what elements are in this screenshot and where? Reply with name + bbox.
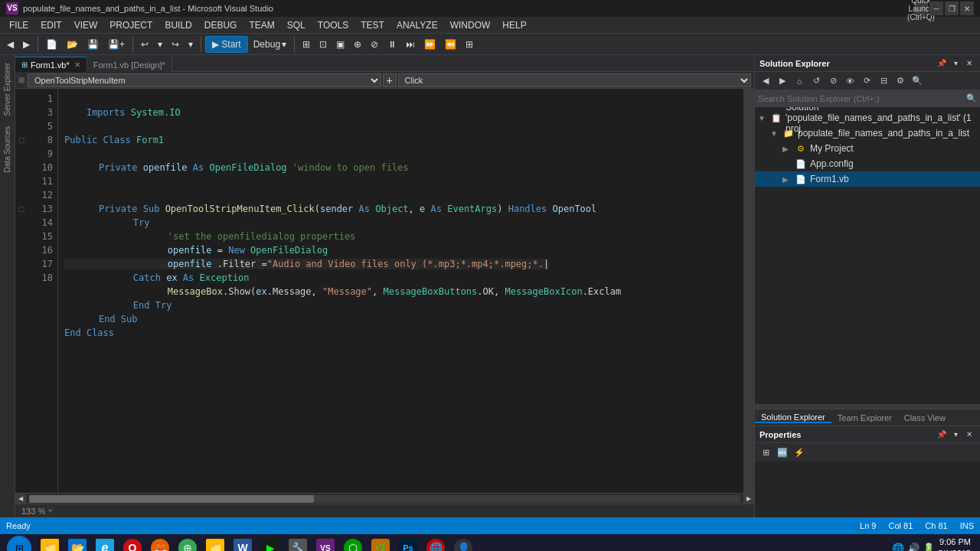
editor-hscrollbar[interactable]: ◀ ▶: [15, 493, 754, 504]
new-file-button[interactable]: 📄: [42, 36, 61, 53]
taskbar-ie[interactable]: e: [92, 536, 118, 551]
hscroll-thumb[interactable]: [29, 495, 314, 503]
taskbar-chrome[interactable]: ⊕: [175, 536, 201, 551]
back-button[interactable]: ◀: [3, 36, 18, 53]
tray-volume-icon[interactable]: 🔊: [907, 543, 920, 552]
toolbar-btn7[interactable]: ⏭: [402, 36, 419, 53]
taskbar-word[interactable]: W: [230, 536, 256, 551]
taskbar-app3[interactable]: 👤: [450, 536, 476, 551]
tray-clock[interactable]: 9:06 PM 5/1/2015: [938, 536, 971, 551]
props-events-btn[interactable]: ⚡: [792, 445, 807, 460]
se-sync-btn[interactable]: ⟳: [859, 73, 874, 89]
minimize-button[interactable]: ─: [929, 2, 943, 15]
tree-item-app-config[interactable]: 📄 App.config: [755, 156, 980, 171]
se-back-btn[interactable]: ◀: [758, 73, 773, 89]
undo-button[interactable]: ↩: [137, 36, 152, 53]
tray-network-icon[interactable]: 🌐: [892, 543, 904, 552]
props-categorized-btn[interactable]: ⊞: [758, 445, 773, 460]
taskbar-photoshop[interactable]: Ps: [395, 536, 421, 551]
tree-item-my-project[interactable]: ▶ ⚙ My Project: [755, 141, 980, 156]
tab-class-view[interactable]: Class View: [898, 413, 952, 422]
taskbar-media[interactable]: ▶: [257, 536, 283, 551]
menu-test[interactable]: TEST: [354, 18, 390, 32]
se-home-btn[interactable]: ⌂: [792, 73, 807, 89]
class-dropdown[interactable]: OpenToolStripMenuItem: [28, 73, 381, 87]
se-search-input[interactable]: [758, 94, 966, 103]
menu-tools[interactable]: TOOLS: [312, 18, 354, 32]
solution-expand[interactable]: ▼: [758, 114, 770, 122]
tab-team-explorer[interactable]: Team Explorer: [831, 413, 898, 422]
start-button[interactable]: ▶ Start: [205, 36, 248, 53]
toolbar-btn2[interactable]: ⊡: [315, 36, 331, 53]
menu-project[interactable]: PROJECT: [103, 18, 158, 32]
tab-form1-design[interactable]: Form1.vb [Design]*: [87, 57, 172, 72]
tab-solution-explorer[interactable]: Solution Explorer: [755, 412, 831, 423]
se-view-btn[interactable]: 👁: [842, 73, 858, 89]
taskbar-file-manager[interactable]: 📁: [37, 536, 63, 551]
config-dropdown[interactable]: Debug ▾: [250, 36, 290, 53]
toolbar-btn5[interactable]: ⊘: [367, 36, 382, 53]
forward-button[interactable]: ▶: [19, 36, 34, 53]
toolbar-btn4[interactable]: ⊕: [350, 36, 365, 53]
se-stop-btn[interactable]: ⊘: [825, 73, 841, 89]
taskbar-browser[interactable]: 🌐: [423, 536, 449, 551]
se-refresh-btn[interactable]: ↺: [808, 73, 824, 89]
close-button[interactable]: ✕: [960, 2, 974, 15]
open-button[interactable]: 📂: [63, 36, 82, 53]
menu-team[interactable]: TEAM: [243, 18, 280, 32]
redo-button[interactable]: ↪: [168, 36, 183, 53]
menu-edit[interactable]: EDIT: [34, 18, 67, 32]
taskbar-firefox[interactable]: 🦊: [147, 536, 173, 551]
sidebar-tab-data-sources[interactable]: Data Sources: [2, 122, 13, 178]
toolbar-btn1[interactable]: ⊞: [299, 36, 314, 53]
quick-launch[interactable]: Quick Launch (Ctrl+Q): [914, 2, 928, 15]
menu-analyze[interactable]: ANALYZE: [390, 18, 444, 32]
code-content[interactable]: Imports System.IO Public Class Form1 Pri…: [58, 89, 743, 493]
tree-item-form1-vb[interactable]: ▶ 📄 Form1.vb: [755, 171, 980, 187]
toolbar-btn10[interactable]: ⊞: [462, 36, 477, 53]
toolbar-btn3[interactable]: ▣: [332, 36, 348, 53]
tab-form1-close[interactable]: ✕: [74, 60, 80, 69]
se-filter-btn[interactable]: 🔍: [910, 73, 925, 89]
toolbar-btn8[interactable]: ⏩: [420, 36, 439, 53]
save-all-button[interactable]: 💾+: [104, 36, 129, 53]
props-alpha-btn[interactable]: 🔤: [775, 445, 790, 460]
menu-help[interactable]: HELP: [496, 18, 532, 32]
code-editor-body[interactable]: □ □ 1 3: [15, 89, 754, 493]
se-forward-btn[interactable]: ▶: [775, 73, 790, 89]
menu-debug[interactable]: DEBUG: [198, 18, 243, 32]
my-project-expand[interactable]: ▶: [782, 145, 795, 153]
project-expand[interactable]: ▼: [770, 129, 782, 138]
taskbar-explorer[interactable]: 📂: [64, 536, 90, 551]
sidebar-tab-server-explorer[interactable]: Server Explorer: [2, 58, 13, 120]
taskbar-opera[interactable]: O: [119, 536, 145, 551]
start-button[interactable]: ⊞: [3, 536, 35, 551]
menu-file[interactable]: FILE: [3, 18, 34, 32]
taskbar-visual-studio[interactable]: VS: [312, 536, 338, 551]
tree-item-project[interactable]: ▼ 📁 populate_file_names_and_paths_in_a_l…: [755, 126, 980, 141]
member-dropdown[interactable]: Click: [398, 73, 752, 87]
taskbar-folder[interactable]: 📁: [202, 536, 228, 551]
hscroll-right[interactable]: ▶: [743, 494, 754, 504]
menu-view[interactable]: VIEW: [68, 18, 104, 32]
pin-button[interactable]: 📌: [936, 57, 948, 70]
taskbar-app2[interactable]: 🌿: [368, 536, 394, 551]
hscroll-track[interactable]: [29, 495, 740, 503]
toolbar-btn9[interactable]: ⏪: [441, 36, 460, 53]
panel-menu-button[interactable]: ▾: [949, 57, 962, 70]
taskbar-tool[interactable]: 🔧: [285, 536, 311, 551]
undo-dropdown[interactable]: ▾: [154, 36, 166, 53]
panel-close-button[interactable]: ✕: [963, 57, 975, 70]
se-properties-btn[interactable]: ⚙: [893, 73, 908, 89]
menu-sql[interactable]: SQL: [281, 18, 312, 32]
props-pin-btn[interactable]: 📌: [936, 429, 948, 441]
tab-form1-vb[interactable]: ⊞ Form1.vb* ✕: [15, 57, 87, 72]
redo-dropdown[interactable]: ▾: [185, 36, 197, 53]
props-close-btn[interactable]: ✕: [963, 429, 975, 441]
props-menu-btn[interactable]: ▾: [949, 429, 962, 441]
tray-battery-icon[interactable]: 🔋: [923, 543, 935, 552]
taskbar-app1[interactable]: ⬡: [340, 536, 366, 551]
toolbar-btn6[interactable]: ⏸: [384, 36, 400, 53]
menu-build[interactable]: BUILD: [158, 18, 198, 32]
hscroll-left[interactable]: ◀: [15, 494, 26, 504]
